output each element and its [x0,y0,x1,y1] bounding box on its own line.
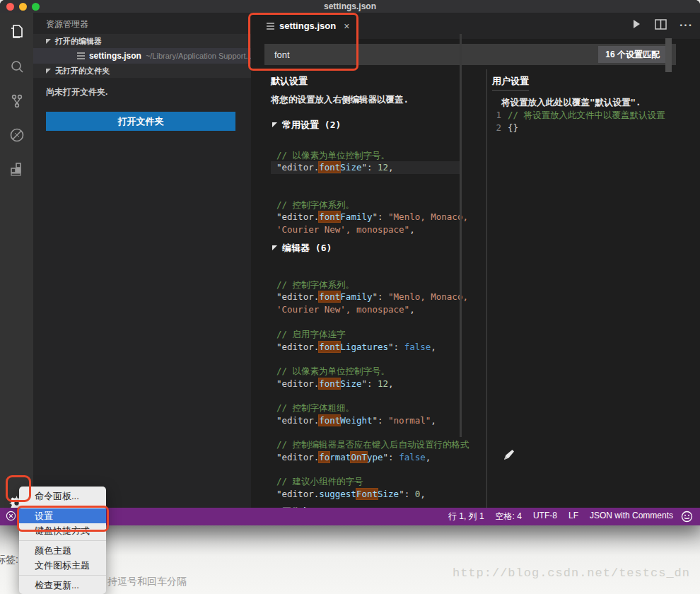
settings-section-header[interactable]: 编辑器 (6) [272,242,486,255]
code-line[interactable]: 1// 将设置放入此文件中以覆盖默认设置 [487,109,700,122]
menu-file-icon-theme[interactable]: 文件图标主题 [19,558,106,573]
menu-check-updates[interactable]: 检查更新... [19,578,106,593]
code-token: 'Courier New', monospace" [276,224,409,235]
section-label: 常用设置 (2) [282,119,341,132]
code-comment-line[interactable]: // 控制字体粗细。 [276,402,486,414]
code-line[interactable]: "editor.suggestFontSize": 0, [276,488,486,501]
code-comment-line[interactable]: // 以像素为单位控制字号。 [276,365,486,378]
debug-icon[interactable] [6,124,27,145]
code-token: suggest [319,489,356,499]
line-number: 2 [487,122,501,134]
webpage-hint-text: 持逗号和回车分隔 [107,576,187,588]
code-token: ": [388,342,404,352]
code-comment-line[interactable]: // 以像素为单位控制字号。 [276,149,486,162]
menu-separator [19,540,106,541]
split-editor-icon[interactable] [655,19,667,33]
edit-setting-pencil-icon[interactable] [502,448,516,465]
tab-settings-json[interactable]: settings.json × [251,13,357,39]
code-line[interactable]: "editor.fontWeight": "normal", [276,414,486,427]
menu-settings[interactable]: 设置 [19,508,106,523]
tab-bar: settings.json × ··· [251,13,700,39]
line-number: 1 [487,109,501,122]
status-indentation[interactable]: 空格: 4 [496,511,522,523]
webpage-tag-label: 标签: [0,554,18,566]
json-file-icon [77,51,85,61]
code-comment-line[interactable]: // 建议小组件的字号 [276,475,486,488]
section-label: 编辑器 (6) [282,242,332,255]
explorer-icon[interactable] [6,21,27,42]
code-comment-line[interactable]: // 控制字体系列。 [276,199,486,211]
chevron-expanded-icon [272,245,277,250]
search-match-highlight: font [319,162,340,173]
code-token: "editor. [276,378,319,389]
more-actions-icon[interactable]: ··· [679,19,693,32]
code-token: , [388,378,394,389]
code-comment-line[interactable]: // 控制字体系列。 [276,279,486,291]
open-editors-section[interactable]: 打开的编辑器 [33,34,251,48]
code-token: "editor. [276,489,319,499]
menu-command-palette[interactable]: 命令面板... [19,489,106,503]
spacer [251,390,486,402]
search-match-highlight: font [319,291,340,302]
no-folder-section[interactable]: 无打开的文件夹 [33,64,251,78]
scrollbar[interactable] [460,34,462,437]
explorer-title: 资源管理器 [33,13,251,34]
code-line[interactable]: 2{} [487,122,700,134]
status-right-items: 行 1, 列 1空格: 4UTF-8LFJSON with Comments [448,511,673,523]
spacer [251,174,486,199]
code-token: "editor. [276,415,319,426]
code-token: ": [372,291,388,302]
chevron-expanded-icon [46,69,51,74]
code-line[interactable]: "editor.fontFamily": "Menlo, Monaco, [276,211,486,223]
extensions-icon[interactable] [6,159,27,180]
status-cursor-position[interactable]: 行 1, 列 1 [448,511,484,523]
source-control-icon[interactable] [6,91,27,111]
scrollbar-thumb[interactable] [665,38,672,72]
code-line[interactable]: "editor.fontFamily": "Menlo, Monaco, [276,291,486,303]
status-eol[interactable]: LF [568,511,578,523]
code-token: ": [383,452,399,462]
settings-section-header[interactable]: 常用设置 (2) [272,119,486,132]
code-token: "editor. [276,342,319,352]
code-token: "editor. [276,211,319,222]
code-token: ": [399,489,415,499]
status-language-mode[interactable]: JSON with Comments [590,511,673,523]
code-token: {} [508,122,518,134]
code-token: , [409,304,415,315]
json-file-icon [267,21,274,31]
code-line[interactable]: 'Courier New', monospace", [276,223,486,236]
spacer [251,500,486,506]
code-token: Size [340,378,361,389]
settings-search-row: 16 个设置匹配 [251,39,700,69]
open-editor-item-settings-json[interactable]: settings.json ~/Library/Application Supp… [33,48,251,64]
vscode-window: settings.json 资源管理器 打开的编辑器 [0,0,700,525]
code-token: , [426,452,431,462]
menu-color-theme[interactable]: 颜色主题 [19,543,106,558]
search-match-highlight: fo [319,452,329,462]
code-token: false [404,342,431,352]
open-folder-button[interactable]: 打开文件夹 [46,112,235,131]
code-token: ": [372,415,388,426]
error-count-icon[interactable] [6,511,16,523]
search-icon[interactable] [6,57,27,77]
close-tab-icon[interactable]: × [344,21,349,32]
code-comment-line[interactable]: // 控制编辑器是否应在键入后自动设置行的格式 [276,438,486,451]
code-line[interactable]: "editor.formatOnType": false, [276,451,486,464]
code-token: , [388,162,394,173]
search-match-highlight: font [319,342,340,352]
code-token: // 将设置放入此文件中以覆盖默认设置 [508,109,665,122]
code-token: "editor. [276,452,319,462]
open-preview-icon[interactable] [631,18,642,33]
feedback-smiley-icon[interactable] [681,511,693,525]
code-line[interactable]: "editor.fontLigatures": false, [276,341,486,354]
watermark-url: http://blog.csdn.net/testcs_dn [453,566,690,580]
chevron-expanded-icon [46,39,51,44]
status-encoding[interactable]: UTF-8 [533,511,557,523]
activity-bar [0,13,33,508]
code-comment-line[interactable]: // 启用字体连字 [276,328,486,341]
menu-keyboard-shortcuts[interactable]: 键盘快捷方式 [19,523,106,538]
code-line[interactable]: 'Courier New', monospace", [276,303,486,316]
code-line[interactable]: "editor.fontSize": 12, [276,378,486,390]
code-line[interactable]: "editor.fontSize": 12, [271,161,461,174]
no-folder-label: 无打开的文件夹 [55,64,110,78]
